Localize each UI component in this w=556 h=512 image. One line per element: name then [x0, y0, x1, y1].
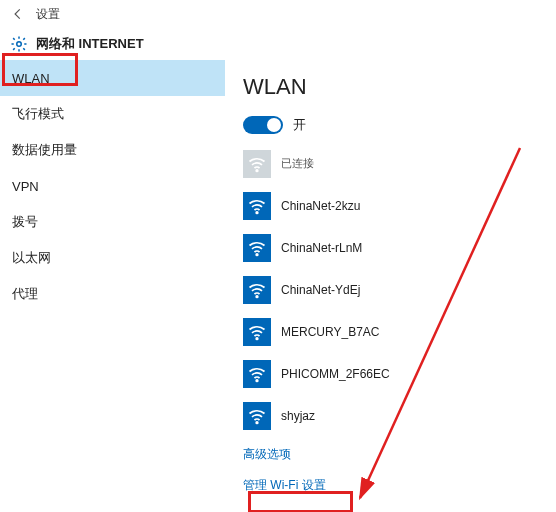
wifi-icon	[243, 150, 271, 178]
wlan-toggle-label: 开	[293, 116, 306, 134]
wifi-icon	[243, 402, 271, 430]
wifi-item-5[interactable]: PHICOMM_2F66EC	[243, 360, 540, 388]
window-title: 设置	[36, 6, 60, 23]
wlan-toggle-row: 开	[243, 116, 540, 134]
sidebar-item-2[interactable]: 数据使用量	[0, 132, 225, 168]
sidebar-item-5[interactable]: 以太网	[0, 240, 225, 276]
sidebar-item-4[interactable]: 拨号	[0, 204, 225, 240]
sidebar-item-3[interactable]: VPN	[0, 168, 225, 204]
svg-point-5	[256, 338, 258, 340]
wifi-icon	[243, 276, 271, 304]
page-title: WLAN	[243, 74, 540, 100]
wifi-name: shyjaz	[281, 409, 315, 423]
wlan-toggle[interactable]	[243, 116, 283, 134]
svg-point-1	[256, 170, 258, 172]
advanced-options-link[interactable]: 高级选项	[243, 446, 291, 463]
back-button[interactable]	[8, 4, 28, 24]
header: 网络和 INTERNET	[0, 28, 556, 60]
wifi-icon	[243, 192, 271, 220]
svg-point-2	[256, 212, 258, 214]
sidebar-item-6[interactable]: 代理	[0, 276, 225, 312]
svg-point-4	[256, 296, 258, 298]
gear-icon	[10, 35, 28, 53]
wifi-item-2[interactable]: ChinaNet-rLnM	[243, 234, 540, 262]
sidebar: WLAN飞行模式数据使用量VPN拨号以太网代理	[0, 60, 225, 512]
wifi-name: PHICOMM_2F66EC	[281, 367, 390, 381]
wifi-list: 已连接ChinaNet-2kzuChinaNet-rLnMChinaNet-Yd…	[243, 150, 540, 430]
wifi-icon	[243, 234, 271, 262]
wifi-icon	[243, 318, 271, 346]
wifi-item-4[interactable]: MERCURY_B7AC	[243, 318, 540, 346]
titlebar: 设置	[0, 0, 556, 28]
wifi-name: MERCURY_B7AC	[281, 325, 379, 339]
svg-point-6	[256, 380, 258, 382]
wifi-name: ChinaNet-rLnM	[281, 241, 362, 255]
svg-point-3	[256, 254, 258, 256]
wifi-item-6[interactable]: shyjaz	[243, 402, 540, 430]
wifi-status: 已连接	[281, 157, 314, 170]
wifi-icon	[243, 360, 271, 388]
wifi-item-3[interactable]: ChinaNet-YdEj	[243, 276, 540, 304]
wifi-name: ChinaNet-2kzu	[281, 199, 360, 213]
main-panel: WLAN 开 已连接ChinaNet-2kzuChinaNet-rLnMChin…	[225, 60, 556, 512]
header-title: 网络和 INTERNET	[36, 35, 144, 53]
wifi-item-1[interactable]: ChinaNet-2kzu	[243, 192, 540, 220]
sidebar-item-1[interactable]: 飞行模式	[0, 96, 225, 132]
svg-point-7	[256, 422, 258, 424]
manage-wifi-link[interactable]: 管理 Wi-Fi 设置	[243, 477, 326, 494]
wifi-item-0[interactable]: 已连接	[243, 150, 540, 178]
svg-point-0	[17, 42, 22, 47]
wifi-name: ChinaNet-YdEj	[281, 283, 360, 297]
sidebar-item-0[interactable]: WLAN	[0, 60, 225, 96]
